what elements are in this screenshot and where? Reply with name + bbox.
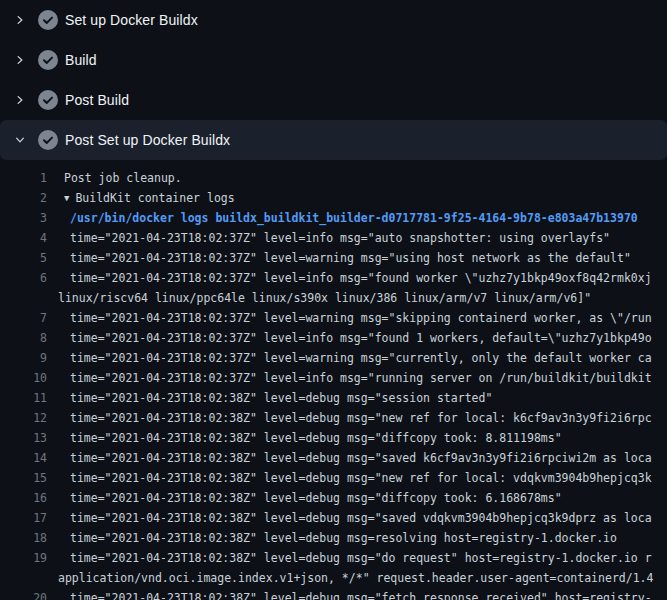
log-line-number[interactable]: 13: [0, 428, 47, 448]
log-row: 6time="2021-04-23T18:02:37Z" level=info …: [0, 268, 667, 288]
log-group-title[interactable]: BuildKit container logs: [75, 191, 234, 205]
log-row: 20time="2021-04-23T18:02:38Z" level=debu…: [0, 588, 667, 600]
log-panel: 1Post job cleanup.2▼BuildKit container l…: [0, 160, 667, 600]
log-line-number[interactable]: 6: [0, 268, 47, 288]
log-row: 3/usr/bin/docker logs buildx_buildkit_bu…: [0, 208, 667, 228]
step-title: Post Build: [65, 92, 129, 108]
log-line-number[interactable]: 19: [0, 548, 47, 568]
log-line-number[interactable]: 2: [0, 188, 47, 208]
check-circle-icon: [38, 130, 58, 150]
log-line-number[interactable]: 15: [0, 468, 47, 488]
chevron-down-icon[interactable]: [14, 134, 26, 146]
log-line-text: time="2021-04-23T18:02:37Z" level=info m…: [0, 228, 667, 248]
log-line-number[interactable]: 5: [0, 248, 47, 268]
log-line-number[interactable]: 14: [0, 448, 47, 468]
log-line-text: time="2021-04-23T18:02:38Z" level=debug …: [0, 388, 667, 408]
log-line-wrap-text: application/vnd.oci.image.index.v1+json,…: [0, 568, 667, 588]
log-line-text: time="2021-04-23T18:02:38Z" level=debug …: [0, 588, 667, 600]
group-collapse-caret-icon[interactable]: ▼: [64, 188, 69, 208]
log-line-number[interactable]: 11: [0, 388, 47, 408]
log-line-number[interactable]: 12: [0, 408, 47, 428]
log-row: linux/riscv64 linux/ppc64le linux/s390x …: [0, 288, 667, 308]
log-line-text: time="2021-04-23T18:02:37Z" level=warnin…: [0, 348, 667, 368]
log-row: 5time="2021-04-23T18:02:37Z" level=warni…: [0, 248, 667, 268]
log-line-text: time="2021-04-23T18:02:38Z" level=debug …: [0, 428, 667, 448]
log-line-text: time="2021-04-23T18:02:38Z" level=debug …: [0, 488, 667, 508]
log-line-number[interactable]: 9: [0, 348, 47, 368]
log-line-number[interactable]: 17: [0, 508, 47, 528]
log-row: application/vnd.oci.image.index.v1+json,…: [0, 568, 667, 588]
log-row: 2▼BuildKit container logs: [0, 188, 667, 208]
log-line-text: time="2021-04-23T18:02:38Z" level=debug …: [0, 408, 667, 428]
chevron-right-icon[interactable]: [14, 54, 26, 66]
log-row: 16time="2021-04-23T18:02:38Z" level=debu…: [0, 488, 667, 508]
log-line-text: time="2021-04-23T18:02:37Z" level=info m…: [0, 368, 667, 388]
log-row: 14time="2021-04-23T18:02:38Z" level=debu…: [0, 448, 667, 468]
log-row: 8time="2021-04-23T18:02:37Z" level=info …: [0, 328, 667, 348]
log-line-wrap-text: linux/riscv64 linux/ppc64le linux/s390x …: [0, 288, 667, 308]
log-line-number[interactable]: 8: [0, 328, 47, 348]
log-row: 7time="2021-04-23T18:02:37Z" level=warni…: [0, 308, 667, 328]
log-line-text: time="2021-04-23T18:02:38Z" level=debug …: [0, 468, 667, 488]
log-row: 11time="2021-04-23T18:02:38Z" level=debu…: [0, 388, 667, 408]
step-header-set-up-docker-buildx[interactable]: Set up Docker Buildx: [0, 0, 667, 40]
log-line-text: time="2021-04-23T18:02:38Z" level=debug …: [0, 448, 667, 468]
log-row: 4time="2021-04-23T18:02:37Z" level=info …: [0, 228, 667, 248]
step-header-build[interactable]: Build: [0, 40, 667, 80]
log-line-text: time="2021-04-23T18:02:38Z" level=debug …: [0, 548, 667, 568]
step-title: Build: [65, 52, 97, 68]
check-circle-icon: [38, 10, 58, 30]
log-row: 13time="2021-04-23T18:02:38Z" level=debu…: [0, 428, 667, 448]
log-row: 15time="2021-04-23T18:02:38Z" level=debu…: [0, 468, 667, 488]
log-line-text: time="2021-04-23T18:02:37Z" level=warnin…: [0, 308, 667, 328]
check-circle-icon: [38, 50, 58, 70]
log-line-text: /usr/bin/docker logs buildx_buildkit_bui…: [0, 208, 667, 228]
step-title: Post Set up Docker Buildx: [65, 132, 230, 148]
log-row: 18time="2021-04-23T18:02:38Z" level=debu…: [0, 528, 667, 548]
log-row: 12time="2021-04-23T18:02:38Z" level=debu…: [0, 408, 667, 428]
log-line-number[interactable]: 4: [0, 228, 47, 248]
log-row: 19time="2021-04-23T18:02:38Z" level=debu…: [0, 548, 667, 568]
log-line-text: ▼BuildKit container logs: [0, 188, 667, 208]
log-line-text: time="2021-04-23T18:02:37Z" level=info m…: [0, 268, 667, 288]
log-command-text: /usr/bin/docker logs buildx_buildkit_bui…: [70, 211, 638, 225]
step-header-post-set-up-docker-buildx[interactable]: Post Set up Docker Buildx: [0, 120, 667, 160]
log-line-text: time="2021-04-23T18:02:38Z" level=debug …: [0, 508, 667, 528]
log-row: 9time="2021-04-23T18:02:37Z" level=warni…: [0, 348, 667, 368]
chevron-right-icon[interactable]: [14, 14, 26, 26]
log-row: 10time="2021-04-23T18:02:37Z" level=info…: [0, 368, 667, 388]
log-line-text: Post job cleanup.: [0, 168, 667, 188]
log-line-number[interactable]: 1: [0, 168, 47, 188]
log-line-number[interactable]: 10: [0, 368, 47, 388]
log-row: 17time="2021-04-23T18:02:38Z" level=debu…: [0, 508, 667, 528]
log-line-number[interactable]: 3: [0, 208, 47, 228]
log-line-text: time="2021-04-23T18:02:37Z" level=info m…: [0, 328, 667, 348]
check-circle-icon: [38, 90, 58, 110]
log-line-number[interactable]: 18: [0, 528, 47, 548]
step-header-post-build[interactable]: Post Build: [0, 80, 667, 120]
chevron-right-icon[interactable]: [14, 94, 26, 106]
log-line-text: time="2021-04-23T18:02:38Z" level=debug …: [0, 528, 667, 548]
log-line-number[interactable]: 16: [0, 488, 47, 508]
step-title: Set up Docker Buildx: [65, 12, 198, 28]
log-line-number[interactable]: 20: [0, 588, 47, 600]
log-line-number[interactable]: 7: [0, 308, 47, 328]
log-line-text: time="2021-04-23T18:02:37Z" level=warnin…: [0, 248, 667, 268]
log-row: 1Post job cleanup.: [0, 168, 667, 188]
steps-list: Set up Docker Buildx Build Post Bu: [0, 0, 667, 160]
